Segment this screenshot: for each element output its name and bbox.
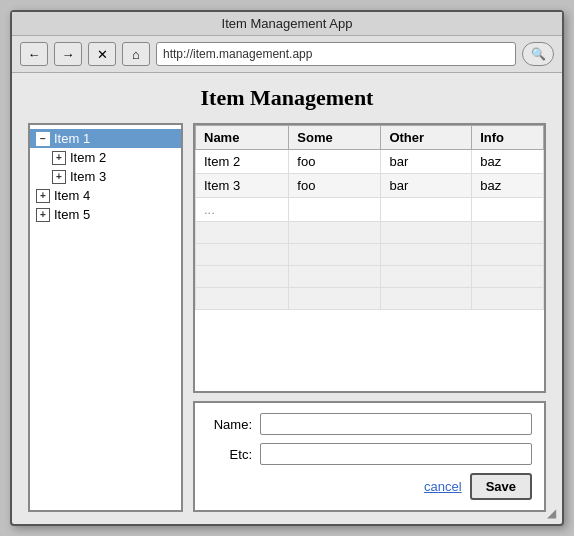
resize-handle[interactable]: ◢ xyxy=(547,506,556,520)
forward-icon: → xyxy=(62,47,75,62)
cell-some: foo xyxy=(289,174,381,198)
cell-other: bar xyxy=(381,150,472,174)
home-icon: ⌂ xyxy=(132,47,140,62)
table-row-empty xyxy=(196,266,544,288)
tree-item-label-item2: Item 2 xyxy=(70,150,106,165)
form-panel: Name: Etc: cancel Save xyxy=(193,401,546,512)
cell-some: foo xyxy=(289,150,381,174)
tree-item-label-item4: Item 4 xyxy=(54,188,90,203)
tree-toggle-item4: + xyxy=(36,189,50,203)
toolbar: ← → ✕ ⌂ 🔍 xyxy=(12,36,562,73)
close-button[interactable]: ✕ xyxy=(88,42,116,66)
etc-input[interactable] xyxy=(260,443,532,465)
col-info: Info xyxy=(472,126,544,150)
title-bar: Item Management App xyxy=(12,12,562,36)
home-button[interactable]: ⌂ xyxy=(122,42,150,66)
table-row-ellipsis: ... xyxy=(196,198,544,222)
table-header-row: Name Some Other Info xyxy=(196,126,544,150)
cell-name: Item 2 xyxy=(196,150,289,174)
tree-item-item2[interactable]: + Item 2 xyxy=(30,148,181,167)
form-row-etc: Etc: xyxy=(207,443,532,465)
cell-other: bar xyxy=(381,174,472,198)
content-area: Item Management − Item 1 + Item 2 + Item… xyxy=(12,73,562,524)
data-table: Name Some Other Info Item 2 foo bar xyxy=(193,123,546,393)
browser-window: Item Management App ← → ✕ ⌂ 🔍 Item Manag… xyxy=(10,10,564,526)
table-row-empty xyxy=(196,244,544,266)
col-some: Some xyxy=(289,126,381,150)
table-row[interactable]: Item 2 foo bar baz xyxy=(196,150,544,174)
tree-item-item5[interactable]: + Item 5 xyxy=(30,205,181,224)
cell-info: baz xyxy=(472,150,544,174)
table-row[interactable]: Item 3 foo bar baz xyxy=(196,174,544,198)
search-icon: 🔍 xyxy=(531,47,546,61)
page-title: Item Management xyxy=(28,85,546,111)
col-name: Name xyxy=(196,126,289,150)
tree-toggle-item1: − xyxy=(36,132,50,146)
tree-toggle-item5: + xyxy=(36,208,50,222)
window-title: Item Management App xyxy=(222,16,353,31)
table-row-empty xyxy=(196,222,544,244)
tree-panel: − Item 1 + Item 2 + Item 3 + Item 4 + xyxy=(28,123,183,512)
main-content: − Item 1 + Item 2 + Item 3 + Item 4 + xyxy=(28,123,546,512)
tree-item-label-item1: Item 1 xyxy=(54,131,90,146)
cell-info: baz xyxy=(472,174,544,198)
tree-item-item1[interactable]: − Item 1 xyxy=(30,129,181,148)
col-other: Other xyxy=(381,126,472,150)
tree-item-item4[interactable]: + Item 4 xyxy=(30,186,181,205)
tree-toggle-item2: + xyxy=(52,151,66,165)
etc-label: Etc: xyxy=(207,447,252,462)
name-input[interactable] xyxy=(260,413,532,435)
tree-item-item3[interactable]: + Item 3 xyxy=(30,167,181,186)
back-button[interactable]: ← xyxy=(20,42,48,66)
tree-item-label-item5: Item 5 xyxy=(54,207,90,222)
cell-name: Item 3 xyxy=(196,174,289,198)
items-table: Name Some Other Info Item 2 foo bar xyxy=(195,125,544,310)
forward-button[interactable]: → xyxy=(54,42,82,66)
back-icon: ← xyxy=(28,47,41,62)
right-panel: Name Some Other Info Item 2 foo bar xyxy=(193,123,546,512)
address-bar[interactable] xyxy=(156,42,516,66)
save-button[interactable]: Save xyxy=(470,473,532,500)
form-actions: cancel Save xyxy=(207,473,532,500)
close-icon: ✕ xyxy=(97,47,108,62)
tree-toggle-item3: + xyxy=(52,170,66,184)
name-label: Name: xyxy=(207,417,252,432)
table-row-empty xyxy=(196,288,544,310)
search-button[interactable]: 🔍 xyxy=(522,42,554,66)
cancel-button[interactable]: cancel xyxy=(424,479,462,494)
form-row-name: Name: xyxy=(207,413,532,435)
cell-ellipsis: ... xyxy=(196,198,289,222)
tree-item-label-item3: Item 3 xyxy=(70,169,106,184)
